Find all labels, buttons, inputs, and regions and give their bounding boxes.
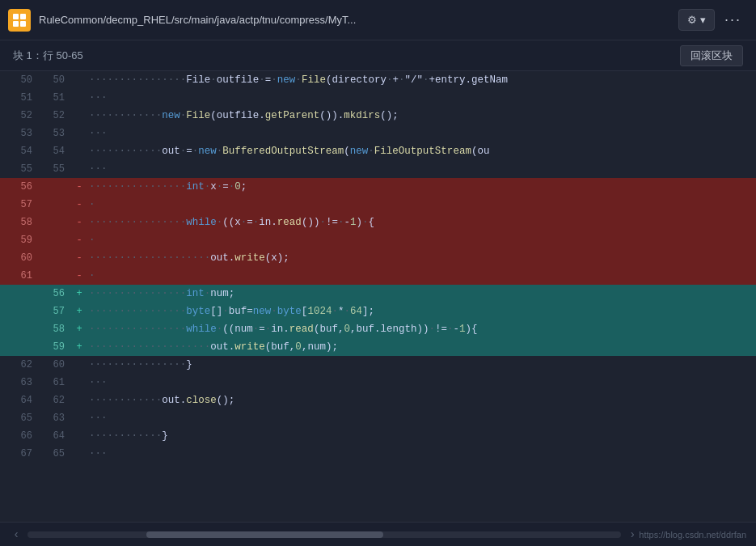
line-num-new: 56 (40, 285, 73, 303)
table-row: 5555··· (0, 160, 756, 178)
line-code: ··· (86, 409, 756, 427)
line-code: · (86, 196, 756, 214)
line-code: ··· (86, 374, 756, 392)
line-code: ················int·x·=·0; (86, 178, 756, 196)
line-code: ················while·((num·=·in.read(bu… (86, 320, 756, 338)
lines-container: 5050················File·outfile·=·new·F… (0, 71, 756, 463)
line-num-new: 64 (40, 427, 73, 445)
line-code: ············out.close(); (86, 392, 756, 409)
line-num-new: 54 (40, 142, 73, 160)
svg-rect-0 (13, 14, 19, 19)
line-num-new: 50 (40, 71, 73, 89)
status-url: https://blog.csdn.net/ddrfan (639, 530, 746, 540)
line-code: ··· (86, 445, 756, 463)
line-num-new: 58 (40, 320, 73, 338)
gear-icon: ⚙ (687, 14, 697, 26)
table-row: 6361··· (0, 374, 756, 392)
line-num-new: 59 (40, 338, 73, 356)
line-num-new: 51 (40, 89, 73, 107)
line-code: · (86, 231, 756, 249)
table-row: 6765··· (0, 445, 756, 463)
scrollbar-area: ‹ › (10, 528, 639, 541)
line-code: ················int·num; (86, 285, 756, 303)
line-diff-marker: + (73, 320, 86, 338)
window-title: RuleCommon/decmp_RHEL/src/main/java/actp… (39, 14, 670, 26)
table-row: 58-················while·((x·=·in.read()… (0, 214, 756, 231)
line-num-orig: 50 (0, 71, 40, 89)
block-header: 块 1：行 50-65 回滚区块 (0, 40, 756, 71)
table-row: 56-················int·x·=·0; (0, 178, 756, 196)
line-num-orig: 59 (0, 231, 40, 249)
line-num-new: 62 (40, 392, 73, 409)
line-code: ············} (86, 427, 756, 445)
table-row: 5454············out·=·new·BufferedOutput… (0, 142, 756, 160)
line-num-orig: 55 (0, 160, 40, 178)
line-num-orig: 52 (0, 107, 40, 125)
chevron-icon: ▾ (700, 14, 706, 26)
title-actions: ⚙ ▾ ··· (678, 8, 748, 32)
table-row: 59+····················out.write(buf,0,n… (0, 338, 756, 356)
line-code: · (86, 267, 756, 285)
line-num-orig: 66 (0, 427, 40, 445)
line-code: ················File·outfile·=·new·File(… (86, 71, 756, 89)
block-title: 块 1：行 50-65 (13, 49, 83, 63)
table-row: 58+················while·((num·=·in.read… (0, 320, 756, 338)
table-row: 56+················int·num; (0, 285, 756, 303)
line-code: ················while·((x·=·in.read())·!… (86, 214, 756, 231)
table-row: 57+················byte[]·buf=new·byte[1… (0, 303, 756, 320)
line-diff-marker: - (73, 178, 86, 196)
line-num-orig: 53 (0, 125, 40, 142)
line-num-orig: 65 (0, 409, 40, 427)
scroll-left-arrow[interactable]: ‹ (10, 528, 23, 541)
title-bar: RuleCommon/decmp_RHEL/src/main/java/actp… (0, 0, 756, 40)
line-diff-marker: + (73, 338, 86, 356)
svg-rect-3 (20, 21, 26, 27)
line-num-new: 63 (40, 409, 73, 427)
app-icon (8, 9, 31, 32)
line-num-orig: 58 (0, 214, 40, 231)
line-diff-marker: + (73, 303, 86, 320)
table-row: 60-····················out.write(x); (0, 249, 756, 267)
status-bar: ‹ › https://blog.csdn.net/ddrfan (0, 522, 756, 546)
svg-rect-2 (13, 21, 19, 27)
line-num-orig: 63 (0, 374, 40, 392)
table-row: 5151··· (0, 89, 756, 107)
table-row: 6260················} (0, 356, 756, 374)
code-area: 5050················File·outfile·=·new·F… (0, 71, 756, 522)
table-row: 5252············new·File(outfile.getPare… (0, 107, 756, 125)
line-diff-marker: - (73, 249, 86, 267)
line-num-new: 55 (40, 160, 73, 178)
line-code: ················} (86, 356, 756, 374)
line-num-orig: 67 (0, 445, 40, 463)
line-num-new: 60 (40, 356, 73, 374)
code-content: 5050················File·outfile·=·new·F… (0, 71, 756, 522)
line-num-orig: 64 (0, 392, 40, 409)
table-row: 5353··· (0, 125, 756, 142)
table-row: 59-· (0, 231, 756, 249)
line-code: ················byte[]·buf=new·byte[1024… (86, 303, 756, 320)
line-diff-marker: - (73, 267, 86, 285)
settings-button[interactable]: ⚙ ▾ (678, 9, 715, 31)
table-row: 6462············out.close(); (0, 392, 756, 409)
scroll-thumb (146, 531, 383, 538)
scroll-block-button[interactable]: 回滚区块 (680, 45, 743, 66)
line-diff-marker: + (73, 285, 86, 303)
scroll-right-arrow[interactable]: › (626, 528, 639, 541)
scroll-track[interactable] (27, 531, 620, 538)
line-code: ····················out.write(x); (86, 249, 756, 267)
svg-rect-1 (20, 14, 26, 19)
table-row: 5050················File·outfile·=·new·F… (0, 71, 756, 89)
line-num-orig: 56 (0, 178, 40, 196)
line-num-new: 57 (40, 303, 73, 320)
line-code: ····················out.write(buf,0,num)… (86, 338, 756, 356)
table-row: 6563··· (0, 409, 756, 427)
table-row: 57-· (0, 196, 756, 214)
line-num-orig: 54 (0, 142, 40, 160)
line-num-new: 52 (40, 107, 73, 125)
table-row: 61-· (0, 267, 756, 285)
line-num-new: 53 (40, 125, 73, 142)
line-num-orig: 60 (0, 249, 40, 267)
line-code: ············new·File(outfile.getParent()… (86, 107, 756, 125)
more-button[interactable]: ··· (718, 8, 748, 32)
table-row: 6664············} (0, 427, 756, 445)
